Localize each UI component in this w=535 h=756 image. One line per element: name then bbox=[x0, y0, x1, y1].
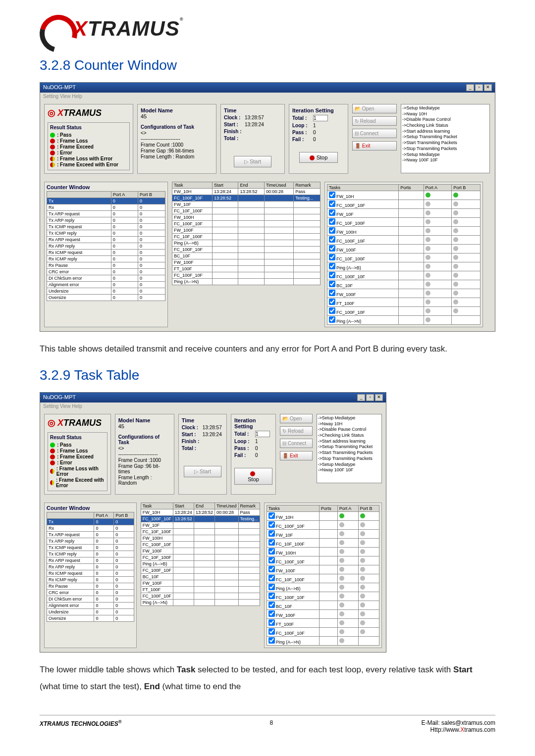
footer: XTRAMUS TECHNOLOGIES® 8 E-Mail: sales@xt… bbox=[40, 715, 495, 733]
logo: XTRAMUS® bbox=[40, 15, 495, 43]
app-screenshot-1: NuDOG-MPT_▫✕ Setting View Help XTRAMUS R… bbox=[40, 82, 495, 332]
para-2: The lower middle table shows which Task … bbox=[40, 661, 495, 695]
para-1: This table shows detailed transmit and r… bbox=[40, 341, 495, 357]
logo-text: XTRAMUS® bbox=[73, 17, 183, 41]
app-screenshot-2: NuDOG-MPT_▫✕ Setting View Help XTRAMUS R… bbox=[40, 392, 386, 653]
logo-icon bbox=[40, 15, 67, 43]
section-heading-2: 3.2.9 Task Table bbox=[40, 367, 495, 383]
section-heading-1: 3.2.8 Counter Window bbox=[40, 57, 495, 73]
